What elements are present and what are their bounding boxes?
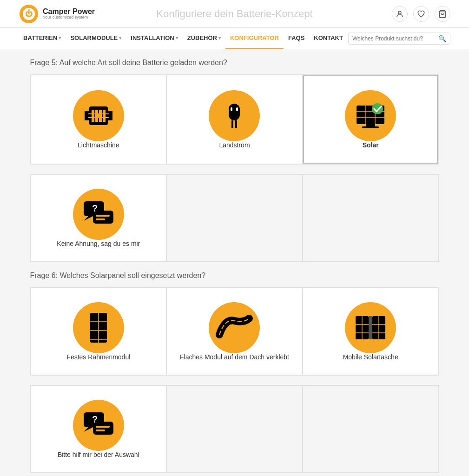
svg-rect-15 xyxy=(229,104,240,120)
svg-rect-55 xyxy=(96,430,105,431)
svg-rect-33 xyxy=(96,215,110,217)
landstrom-label: Landstrom xyxy=(219,141,250,149)
svg-rect-54 xyxy=(96,426,110,428)
question5-cards: Lichtmaschine Landstrom xyxy=(30,74,439,165)
question5-row2: ? Keine Ahnung, sag du es mir xyxy=(30,174,439,262)
option-bitte-hilf[interactable]: ? Bitte hilf mir bei der Auswahl xyxy=(31,386,166,472)
lichtmaschine-label: Lichtmaschine xyxy=(78,141,119,149)
svg-rect-18 xyxy=(231,107,232,111)
search-box[interactable]: 🔍 xyxy=(348,33,450,45)
user-icon-button[interactable] xyxy=(392,6,408,22)
empty-cell-3 xyxy=(167,386,302,472)
empty-cell-1 xyxy=(167,175,302,261)
svg-rect-42 xyxy=(369,316,372,339)
nav-faqs[interactable]: FAQS xyxy=(284,28,309,49)
nav-kontakt[interactable]: KONTAKT xyxy=(309,28,348,49)
option-keine-ahnung[interactable]: ? Keine Ahnung, sag du es mir xyxy=(31,175,166,261)
svg-rect-17 xyxy=(235,120,237,128)
option-solar[interactable]: Solar xyxy=(303,75,438,164)
brand-name: Camper Power xyxy=(43,7,95,16)
bitte-hilf-label: Bitte hilf mir bei der Auswahl xyxy=(58,451,139,458)
question6-heading: Frage 6: Welches Solarpanel soll eingese… xyxy=(30,271,439,280)
svg-text:?: ? xyxy=(92,203,98,213)
chevron-icon: ▾ xyxy=(59,35,61,40)
chevron-icon: ▾ xyxy=(218,35,221,40)
svg-marker-29 xyxy=(84,216,93,221)
svg-rect-8 xyxy=(92,110,94,122)
nav-konfigurator[interactable]: KONFIGURATOR xyxy=(225,28,284,49)
question6-cards: Festes Rahmenmodul Flaches Modul auf dem… xyxy=(30,287,439,376)
svg-marker-52 xyxy=(104,435,113,438)
rahmenmodul-label: Festes Rahmenmodul xyxy=(66,353,130,361)
svg-point-14 xyxy=(96,113,101,118)
mobile-solar-label: Mobile Solartasche xyxy=(343,353,398,361)
mobile-solar-icon xyxy=(345,302,396,353)
keine-ahnung-label: Keine Ahnung, sag du es mir xyxy=(57,240,140,247)
svg-marker-50 xyxy=(84,427,93,432)
lichtmaschine-icon xyxy=(73,90,124,141)
nav-installation[interactable]: INSTALLATION ▾ xyxy=(126,28,182,49)
search-icon: 🔍 xyxy=(438,35,446,42)
logo-text: Camper Power Your customized system xyxy=(43,7,95,20)
nav-solarmodule[interactable]: SOLARMODULE ▾ xyxy=(66,28,126,49)
option-flaches-modul[interactable]: Flaches Modul auf dem Dach verklebt xyxy=(167,288,302,375)
header-icons xyxy=(392,6,450,22)
search-input[interactable] xyxy=(352,35,438,42)
solar-label: Solar xyxy=(363,141,379,149)
brand-sub: Your customized system xyxy=(43,15,95,20)
svg-rect-25 xyxy=(366,124,375,126)
flaches-modul-label: Flaches Modul auf dem Dach verklebt xyxy=(180,353,289,361)
bitte-hilf-icon: ? xyxy=(73,400,124,451)
empty-cell-2 xyxy=(303,175,438,261)
option-landstrom[interactable]: Landstrom xyxy=(167,75,302,164)
svg-text:⏻: ⏻ xyxy=(25,9,33,18)
cart-icon-button[interactable] xyxy=(435,6,450,22)
svg-rect-6 xyxy=(85,111,89,120)
landstrom-icon xyxy=(209,90,260,141)
empty-cell-4 xyxy=(303,386,438,472)
svg-rect-16 xyxy=(231,120,233,128)
logo-icon: ⏻ xyxy=(19,4,39,24)
question6-row2: ? Bitte hilf mir bei der Auswahl xyxy=(30,385,439,473)
rahmenmodul-icon xyxy=(73,302,124,353)
keine-ahnung-icon: ? xyxy=(73,189,124,240)
logo[interactable]: ⏻ Camper Power Your customized system xyxy=(19,4,95,24)
svg-rect-34 xyxy=(96,218,105,220)
svg-rect-19 xyxy=(236,107,238,111)
svg-rect-26 xyxy=(362,126,379,128)
svg-rect-11 xyxy=(103,110,106,122)
main-content: Frage 5: Auf welche Art soll deine Batte… xyxy=(12,49,458,476)
svg-rect-7 xyxy=(108,111,112,120)
chevron-icon: ▾ xyxy=(119,35,121,40)
wishlist-icon-button[interactable] xyxy=(413,6,429,22)
flaches-modul-icon xyxy=(209,302,260,353)
svg-point-3 xyxy=(398,11,401,14)
svg-marker-31 xyxy=(104,224,113,227)
header-title: Konfiguriere dein Batterie-Konzept xyxy=(156,8,312,20)
question5-heading: Frage 5: Auf welche Art soll deine Batte… xyxy=(30,59,439,67)
option-rahmenmodul[interactable]: Festes Rahmenmodul xyxy=(31,288,166,375)
option-mobile-solar[interactable]: Mobile Solartasche xyxy=(303,288,438,375)
chevron-icon: ▾ xyxy=(176,35,178,40)
header: ⏻ Camper Power Your customized system Ko… xyxy=(0,0,469,28)
navigation: BATTERIEN ▾ SOLARMODULE ▾ INSTALLATION ▾… xyxy=(0,28,469,49)
svg-text:?: ? xyxy=(92,414,98,424)
nav-zubehor[interactable]: ZUBEHÖR ▾ xyxy=(183,28,225,49)
option-lichtmaschine[interactable]: Lichtmaschine xyxy=(31,75,166,164)
solar-icon xyxy=(345,90,396,141)
nav-batterien[interactable]: BATTERIEN ▾ xyxy=(19,28,66,49)
